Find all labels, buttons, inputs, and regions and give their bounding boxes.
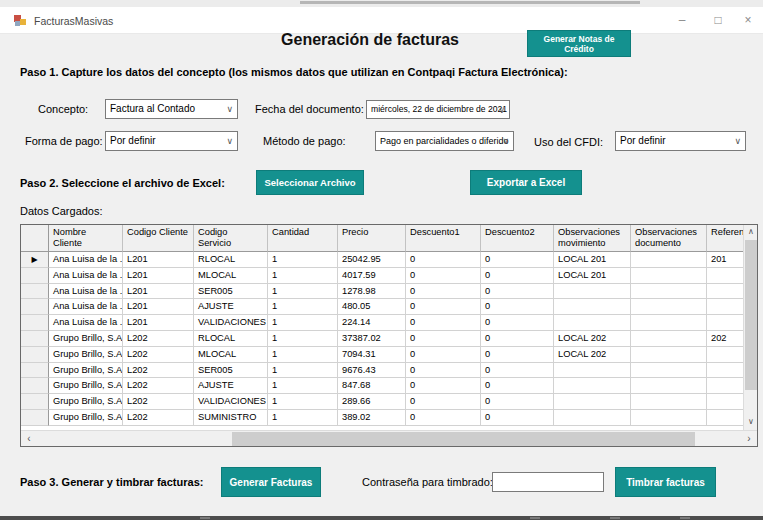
vertical-scrollbar-thumb[interactable] bbox=[745, 240, 757, 390]
grid-cell[interactable]: LOCAL 201 bbox=[554, 268, 631, 284]
grid-cell[interactable]: L202 bbox=[123, 410, 194, 426]
grid-cell[interactable] bbox=[631, 410, 707, 426]
grid-cell[interactable]: Grupo Brillo, S.A. ... bbox=[49, 378, 123, 394]
grid-cell[interactable]: 7094.31 bbox=[338, 347, 406, 363]
grid-cell[interactable]: AJUSTE bbox=[194, 378, 268, 394]
grid-cell[interactable]: 9676.43 bbox=[338, 363, 406, 379]
column-header[interactable]: Observaciones documento bbox=[631, 225, 707, 252]
scroll-up-icon[interactable]: ∧ bbox=[744, 225, 758, 240]
grid-cell[interactable] bbox=[707, 284, 743, 300]
grid-cell[interactable]: 1 bbox=[268, 410, 338, 426]
grid-cell[interactable]: LOCAL 202 bbox=[554, 331, 631, 347]
grid-cell[interactable]: AJUSTE bbox=[194, 299, 268, 315]
row-header[interactable] bbox=[21, 315, 49, 331]
grid-cell[interactable]: LOCAL 201 bbox=[554, 252, 631, 268]
grid-cell[interactable] bbox=[631, 252, 707, 268]
table-row[interactable]: Grupo Brillo, S.A. ...L202RLOCAL137387.0… bbox=[21, 331, 743, 347]
grid-cell[interactable] bbox=[554, 315, 631, 331]
grid-cell[interactable] bbox=[631, 331, 707, 347]
grid-cell[interactable]: Ana Luisa de la ... bbox=[49, 315, 123, 331]
grid-cell[interactable]: Grupo Brillo, S.A. ... bbox=[49, 363, 123, 379]
grid-cell[interactable] bbox=[707, 378, 743, 394]
grid-cell[interactable]: 0 bbox=[481, 378, 554, 394]
grid-cell[interactable] bbox=[707, 299, 743, 315]
grid-cell[interactable] bbox=[554, 363, 631, 379]
grid-cell[interactable]: 1 bbox=[268, 268, 338, 284]
grid-cell[interactable]: 0 bbox=[406, 410, 481, 426]
scroll-left-icon[interactable]: ‹ bbox=[21, 431, 37, 447]
table-row[interactable]: Grupo Brillo, S.A. ...L202SUMINISTRO1389… bbox=[21, 410, 743, 426]
uso-cfdi-dropdown[interactable]: Por definir ∨ bbox=[615, 131, 746, 151]
grid-cell[interactable]: 1 bbox=[268, 378, 338, 394]
grid-cell[interactable] bbox=[707, 347, 743, 363]
grid-cell[interactable]: 0 bbox=[481, 315, 554, 331]
column-header[interactable]: Descuento1 bbox=[406, 225, 481, 252]
grid-cell[interactable]: L202 bbox=[123, 394, 194, 410]
forma-pago-dropdown[interactable]: Por definir ∨ bbox=[105, 131, 238, 151]
grid-cell[interactable]: 0 bbox=[406, 268, 481, 284]
grid-cell[interactable]: 25042.95 bbox=[338, 252, 406, 268]
grid-cell[interactable]: Ana Luisa de la ... bbox=[49, 252, 123, 268]
grid-cell[interactable] bbox=[707, 363, 743, 379]
column-header[interactable]: Observaciones movimiento bbox=[554, 225, 631, 252]
row-header[interactable] bbox=[21, 347, 49, 363]
table-row[interactable]: Ana Luisa de la ...L201VALIDACIONES1224.… bbox=[21, 315, 743, 331]
fecha-documento-datepicker[interactable]: miércoles, 22 de diciembre de 2021 ∨ bbox=[366, 100, 510, 119]
grid-cell[interactable]: L201 bbox=[123, 299, 194, 315]
grid-cell[interactable]: 1 bbox=[268, 331, 338, 347]
select-file-button[interactable]: Seleccionar Archivo bbox=[256, 170, 364, 195]
grid-cell[interactable] bbox=[707, 315, 743, 331]
grid-cell[interactable] bbox=[631, 315, 707, 331]
grid-cell[interactable]: 1 bbox=[268, 252, 338, 268]
grid-cell[interactable]: 0 bbox=[481, 410, 554, 426]
grid-cell[interactable]: 0 bbox=[481, 268, 554, 284]
grid-cell[interactable] bbox=[554, 299, 631, 315]
table-row[interactable]: ▶Ana Luisa de la ...L201RLOCAL125042.950… bbox=[21, 252, 743, 268]
grid-cell[interactable] bbox=[554, 394, 631, 410]
grid-cell[interactable]: 37387.02 bbox=[338, 331, 406, 347]
table-row[interactable]: Ana Luisa de la ...L201MLOCAL14017.5900L… bbox=[21, 268, 743, 284]
grid-cell[interactable]: Ana Luisa de la ... bbox=[49, 268, 123, 284]
grid-cell[interactable] bbox=[631, 363, 707, 379]
row-header-selected-marker[interactable]: ▶ bbox=[21, 252, 49, 268]
grid-cell[interactable]: MLOCAL bbox=[194, 268, 268, 284]
row-header[interactable] bbox=[21, 299, 49, 315]
grid-cell[interactable]: 0 bbox=[406, 284, 481, 300]
grid-cell[interactable]: 0 bbox=[406, 394, 481, 410]
table-row[interactable]: Grupo Brillo, S.A. ...L202AJUSTE1847.680… bbox=[21, 378, 743, 394]
grid-cell[interactable]: Grupo Brillo, S.A. ... bbox=[49, 331, 123, 347]
grid-cell[interactable]: 0 bbox=[481, 363, 554, 379]
grid-cell[interactable]: 0 bbox=[406, 315, 481, 331]
row-header[interactable] bbox=[21, 394, 49, 410]
scroll-down-icon[interactable]: ∨ bbox=[744, 415, 758, 430]
grid-cell[interactable]: 0 bbox=[406, 299, 481, 315]
grid-cell[interactable] bbox=[631, 268, 707, 284]
grid-cell[interactable]: 0 bbox=[406, 378, 481, 394]
grid-cell[interactable]: 224.14 bbox=[338, 315, 406, 331]
minimize-button[interactable]: – bbox=[670, 10, 694, 30]
grid-cell[interactable]: 0 bbox=[481, 347, 554, 363]
grid-cell[interactable]: 0 bbox=[481, 284, 554, 300]
maximize-button[interactable]: □ bbox=[706, 10, 730, 30]
grid-cell[interactable]: MLOCAL bbox=[194, 347, 268, 363]
grid-cell[interactable]: 0 bbox=[481, 299, 554, 315]
table-row[interactable]: Ana Luisa de la ...L201SER00511278.9800 bbox=[21, 284, 743, 300]
grid-cell[interactable]: L201 bbox=[123, 284, 194, 300]
horizontal-scrollbar-thumb[interactable] bbox=[232, 432, 695, 446]
grid-cell[interactable] bbox=[554, 378, 631, 394]
grid-cell[interactable]: 0 bbox=[481, 331, 554, 347]
grid-cell[interactable] bbox=[707, 268, 743, 284]
table-row[interactable]: Grupo Brillo, S.A. ...L202SER00519676.43… bbox=[21, 363, 743, 379]
column-header[interactable]: Precio bbox=[338, 225, 406, 252]
scroll-right-icon[interactable]: › bbox=[741, 431, 757, 447]
grid-cell[interactable]: VALIDACIONES bbox=[194, 394, 268, 410]
grid-cell[interactable]: 1 bbox=[268, 299, 338, 315]
grid-cell[interactable]: 0 bbox=[481, 252, 554, 268]
vertical-scrollbar[interactable]: ∧ ∨ bbox=[743, 225, 757, 430]
grid-cell[interactable]: 0 bbox=[406, 252, 481, 268]
grid-cell[interactable] bbox=[631, 299, 707, 315]
row-header[interactable] bbox=[21, 378, 49, 394]
grid-cell[interactable] bbox=[707, 394, 743, 410]
password-input[interactable] bbox=[492, 472, 604, 492]
grid-cell[interactable]: SUMINISTRO bbox=[194, 410, 268, 426]
